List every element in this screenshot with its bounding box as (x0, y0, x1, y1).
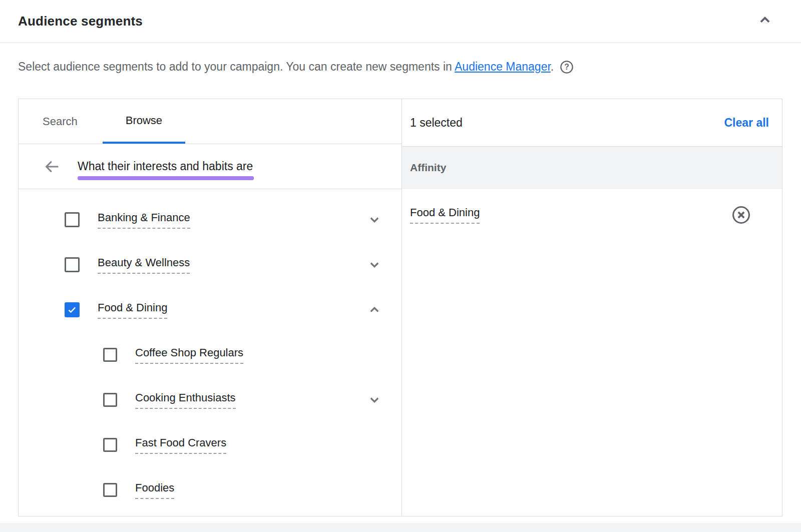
segment-label[interactable]: Beauty & Wellness (98, 256, 190, 274)
segment-row: Beauty & Wellness (19, 242, 402, 287)
segment-label[interactable]: Banking & Finance (98, 211, 190, 229)
affinity-group-header: Affinity (402, 147, 782, 189)
segment-row: Fast Food Cravers (19, 422, 402, 467)
collapse-section-button[interactable] (755, 10, 775, 30)
segment-row: Banking & Finance (19, 197, 402, 242)
help-icon[interactable]: ? (560, 60, 574, 74)
breadcrumb-row: What their interests and habits are (19, 144, 402, 189)
clear-all-button[interactable]: Clear all (724, 116, 769, 130)
highlight-underline (78, 176, 254, 180)
chevron-down-icon[interactable] (366, 392, 382, 408)
segment-row: Cooking Enthusiasts (19, 377, 402, 422)
svg-text:?: ? (564, 63, 569, 71)
checkbox-unchecked[interactable] (103, 348, 117, 362)
page-title: Audience segments (18, 14, 143, 29)
segment-row: Foodies (19, 467, 402, 512)
audience-segments-panel: Audience segments Select audience segmen… (0, 0, 801, 532)
segment-label[interactable]: Food & Dining (98, 301, 167, 319)
checkbox-unchecked[interactable] (65, 257, 80, 272)
browse-column: Search Browse What their interests and h… (19, 99, 402, 516)
chevron-down-icon[interactable] (366, 212, 382, 228)
back-arrow-icon[interactable] (43, 158, 60, 175)
breadcrumb-label: What their interests and habits are (78, 160, 253, 173)
selected-item-label[interactable]: Food & Dining (410, 206, 480, 224)
selected-item-row: Food & Dining (402, 197, 782, 232)
page-background-strip (0, 523, 801, 532)
segment-label[interactable]: Fast Food Cravers (135, 436, 226, 454)
description: Select audience segments to add to your … (18, 43, 783, 90)
description-text: Select audience segments to add to your … (18, 60, 554, 74)
tab-browse[interactable]: Browse (103, 99, 185, 144)
group-header-label: Affinity (410, 162, 446, 174)
panel-header: Audience segments (0, 0, 801, 43)
segment-list: Banking & FinanceBeauty & WellnessFood &… (19, 189, 402, 516)
audience-manager-link[interactable]: Audience Manager (455, 60, 551, 73)
segment-picker: Search Browse What their interests and h… (18, 99, 782, 516)
chevron-up-icon (756, 11, 774, 29)
breadcrumb-text: What their interests and habits are (78, 160, 253, 173)
chevron-down-icon[interactable] (366, 257, 382, 273)
selection-header: 1 selected Clear all (402, 99, 782, 147)
selected-items-list: Food & Dining (402, 189, 782, 516)
description-period: . (551, 60, 554, 73)
segment-row: Coffee Shop Regulars (19, 332, 402, 377)
segment-row: Food & Dining (19, 287, 402, 332)
segment-label[interactable]: Cooking Enthusiasts (135, 391, 236, 409)
chevron-up-icon[interactable] (366, 302, 382, 318)
selected-count: 1 selected (410, 116, 463, 130)
checkbox-checked[interactable] (65, 302, 80, 317)
checkbox-unchecked[interactable] (103, 393, 117, 407)
segment-label[interactable]: Foodies (135, 481, 174, 499)
selection-column: 1 selected Clear all Affinity Food & Din… (402, 99, 782, 516)
checkbox-unchecked[interactable] (103, 483, 117, 497)
tab-bar: Search Browse (19, 99, 402, 144)
remove-item-icon[interactable] (731, 205, 751, 225)
segment-label[interactable]: Coffee Shop Regulars (135, 346, 243, 364)
checkbox-unchecked[interactable] (65, 212, 80, 227)
tab-search[interactable]: Search (24, 99, 97, 144)
checkbox-unchecked[interactable] (103, 438, 117, 452)
